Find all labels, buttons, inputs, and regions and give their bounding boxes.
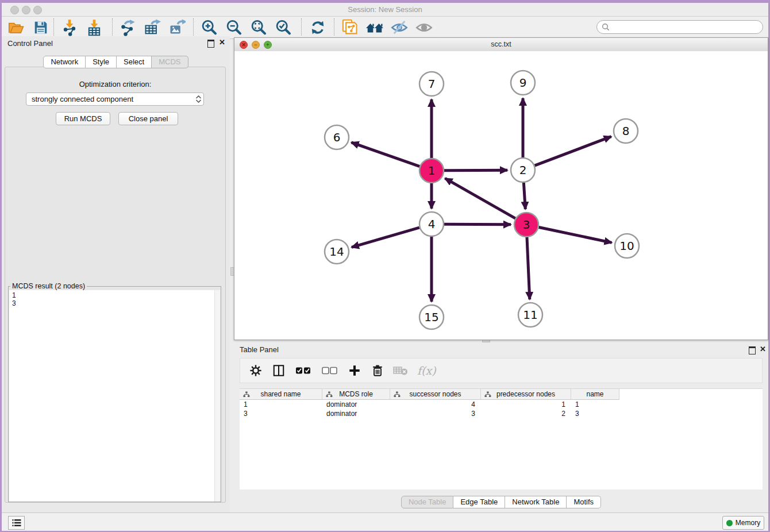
column-header-name[interactable]: name [571, 389, 619, 400]
zoom-out-icon[interactable] [224, 18, 244, 37]
table-cell[interactable]: dominator [322, 400, 390, 409]
status-bar: Memory [2, 512, 768, 531]
control-panel-title: Control Panel [7, 39, 53, 48]
export-image-icon[interactable] [167, 18, 187, 37]
screen: Session: New Session [0, 0, 770, 532]
graph-edge-3-1[interactable] [445, 178, 515, 218]
graph-edge-1-2[interactable] [444, 170, 507, 171]
mcds-result-textarea[interactable]: 1 3 [9, 290, 215, 502]
open-session-icon[interactable] [6, 18, 26, 37]
graph-node-label-7: 7 [428, 77, 436, 91]
graph-edge-4-3[interactable] [444, 224, 511, 225]
table-row[interactable]: 1dominator411 [240, 400, 619, 409]
select-all-icon[interactable] [294, 363, 313, 378]
graph-edge-1-6[interactable] [351, 142, 419, 167]
table-cell[interactable]: 1 [481, 400, 571, 409]
tab-motifs[interactable]: Motifs [567, 496, 601, 508]
zoom-fit-icon[interactable] [249, 18, 268, 37]
network-graph-canvas[interactable]: 7968124314101511 [234, 51, 768, 340]
table-cell[interactable]: 3 [571, 409, 619, 418]
table-panel-title: Table Panel [240, 345, 279, 354]
split-panel-icon[interactable] [271, 363, 286, 378]
column-header-successor-nodes[interactable]: successor nodes [390, 389, 481, 400]
delete-table-icon[interactable] [393, 363, 408, 378]
import-table-icon[interactable] [84, 18, 104, 37]
close-panel-button[interactable]: Close panel [118, 112, 178, 125]
graph-node-label-11: 11 [523, 308, 537, 322]
toolbar-separator [193, 18, 194, 36]
graph-edge-2-3[interactable] [523, 183, 525, 209]
control-panel: Control Panel ✕ NetworkStyleSelectMCDS O… [2, 36, 230, 512]
graph-node-label-14: 14 [329, 245, 344, 259]
memory-button[interactable]: Memory [722, 516, 764, 530]
graph-edge-3-11[interactable] [527, 237, 530, 299]
float-panel-icon[interactable] [749, 346, 756, 354]
graph-edge-4-14[interactable] [352, 228, 419, 247]
refresh-layout-icon[interactable] [308, 18, 328, 37]
export-table-icon[interactable] [143, 18, 162, 37]
list-icon [12, 519, 21, 527]
graph-node-label-1: 1 [428, 164, 436, 178]
zoom-selected-icon[interactable] [274, 18, 293, 37]
show-all-icon[interactable] [414, 18, 434, 37]
search-input[interactable] [613, 22, 763, 32]
table-cell[interactable]: dominator [322, 409, 390, 418]
network-view-window: ✕ − + scc.txt 7968124314101511 [234, 37, 768, 340]
graph-edge-3-10[interactable] [539, 228, 612, 243]
close-panel-icon[interactable]: ✕ [760, 345, 766, 353]
table-cell[interactable]: 3 [390, 409, 481, 418]
attributes-gear-icon[interactable] [248, 363, 263, 378]
save-session-icon[interactable] [31, 18, 51, 37]
graph-node-label-3: 3 [523, 218, 530, 232]
main-window: Session: New Session [2, 3, 768, 530]
add-column-icon[interactable] [347, 363, 362, 378]
tab-mcds[interactable]: MCDS [152, 56, 188, 68]
control-panel-header: Control Panel ✕ [2, 36, 230, 50]
export-network-icon[interactable] [118, 18, 137, 37]
table-cell[interactable]: 1 [571, 400, 619, 409]
graph-node-label-8: 8 [622, 124, 630, 138]
table-cell[interactable]: 3 [240, 409, 322, 418]
graph-node-label-4: 4 [428, 217, 436, 231]
new-network-from-selection-icon[interactable] [340, 18, 360, 37]
search-icon [602, 23, 610, 31]
function-builder-icon[interactable]: f(x) [417, 364, 436, 377]
search-box[interactable] [596, 20, 763, 34]
tab-style[interactable]: Style [86, 56, 117, 68]
delete-column-icon[interactable] [370, 363, 385, 378]
tab-edge-table[interactable]: Edge Table [453, 496, 505, 508]
float-panel-icon[interactable] [207, 40, 214, 48]
column-header-shared-name[interactable]: shared name [240, 389, 322, 400]
table-cell[interactable]: 2 [481, 409, 571, 418]
first-neighbors-icon[interactable] [365, 18, 384, 37]
dropdown-stepper-icon [193, 93, 203, 105]
task-history-button[interactable] [8, 516, 25, 530]
mcds-result-title: MCDS result (2 nodes) [10, 282, 87, 290]
graph-node-label-15: 15 [424, 310, 438, 324]
tab-network[interactable]: Network [43, 56, 86, 68]
criterion-dropdown-value: strongly connected component [26, 95, 193, 103]
tab-network-table[interactable]: Network Table [505, 496, 567, 508]
table-cell[interactable]: 4 [390, 400, 481, 409]
table-cell[interactable]: 1 [240, 400, 322, 409]
graph-node-label-6: 6 [333, 130, 341, 144]
window-title: Session: New Session [2, 5, 768, 14]
tab-select[interactable]: Select [117, 56, 152, 68]
zoom-in-icon[interactable] [199, 18, 219, 37]
hide-selected-icon[interactable] [390, 18, 409, 37]
table-header-row: shared nameMCDS rolesuccessor nodesprede… [240, 389, 619, 400]
mcds-tab-content: Optimization criterion: strongly connect… [5, 67, 226, 503]
run-mcds-button[interactable]: Run MCDS [56, 112, 110, 125]
result-scrollbar[interactable] [214, 290, 220, 502]
tab-node-table[interactable]: Node Table [401, 496, 454, 508]
column-header-predecessor-nodes[interactable]: predecessor nodes [481, 389, 571, 400]
deselect-all-icon[interactable] [321, 363, 339, 378]
graph-edge-2-8[interactable] [535, 137, 611, 166]
close-panel-icon[interactable]: ✕ [219, 38, 225, 47]
table-row[interactable]: 3dominator323 [240, 409, 619, 418]
toolbar-separator [301, 18, 302, 36]
toolbar-separator [334, 18, 334, 36]
import-network-icon[interactable] [60, 18, 79, 37]
criterion-dropdown[interactable]: strongly connected component [26, 92, 204, 106]
column-header-mcds-role[interactable]: MCDS role [322, 389, 390, 400]
